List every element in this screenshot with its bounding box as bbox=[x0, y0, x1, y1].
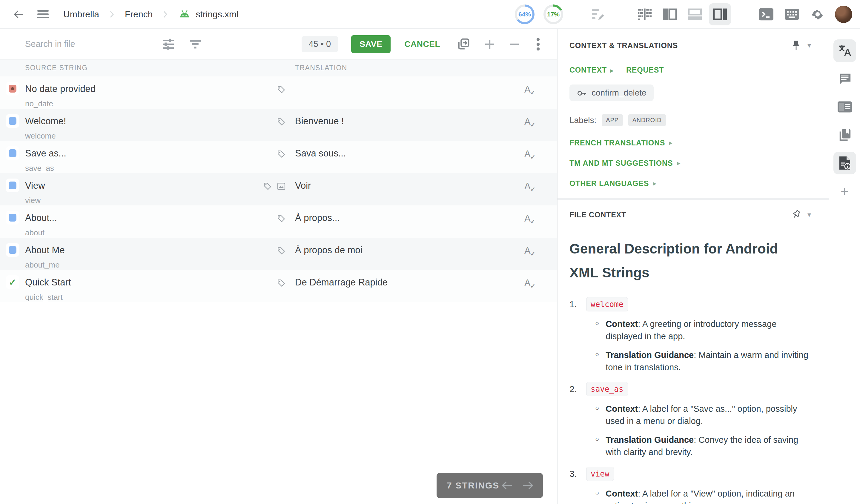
file-context-document: General Description for Android XML Stri… bbox=[570, 237, 816, 504]
draft-edit-button[interactable] bbox=[590, 6, 607, 23]
approved-percent: 17% bbox=[547, 11, 560, 18]
topbar-actions: 64% 17% bbox=[515, 3, 852, 25]
translated-progress-ring[interactable]: 64% bbox=[515, 4, 534, 24]
rail-add-panel-button[interactable]: + bbox=[833, 180, 856, 202]
view-mode-table-button[interactable] bbox=[634, 3, 656, 25]
search-input[interactable] bbox=[25, 39, 154, 49]
list-number: 3. bbox=[570, 469, 580, 479]
table-header: SOURCE STRING TRANSLATION bbox=[0, 60, 557, 76]
settings-button[interactable] bbox=[809, 6, 826, 23]
table-row[interactable]: View view Voir A✓ bbox=[0, 173, 557, 205]
chevron-right-icon bbox=[163, 11, 168, 18]
filter-settings-button[interactable] bbox=[161, 37, 176, 52]
table-row[interactable]: Welcome! welcome Bienvenue ! A✓ bbox=[0, 109, 557, 141]
file-context-menu-button[interactable]: ▾ bbox=[803, 208, 816, 221]
tag-icon bbox=[276, 278, 286, 288]
increase-font-button[interactable] bbox=[482, 37, 498, 52]
translation-text: Bienvenue ! bbox=[295, 109, 524, 141]
pin-icon bbox=[792, 40, 801, 51]
source-string: About Me bbox=[25, 245, 254, 256]
rail-glossary-button[interactable] bbox=[833, 124, 856, 146]
label-badge[interactable]: APP bbox=[602, 114, 622, 126]
tag-icon bbox=[276, 246, 286, 256]
table-view-icon bbox=[638, 8, 651, 20]
previous-page-button[interactable] bbox=[501, 480, 513, 491]
status-issue-icon bbox=[6, 82, 19, 96]
strings-count-label: 7 STRINGS bbox=[447, 480, 499, 491]
terminal-icon bbox=[759, 8, 773, 20]
view-mode-stacked-button[interactable] bbox=[684, 3, 706, 25]
label-badge[interactable]: ANDROID bbox=[628, 114, 666, 126]
chevron-down-icon: ▾ bbox=[807, 41, 811, 49]
bullet-icon: ○ bbox=[595, 403, 599, 427]
back-button[interactable] bbox=[10, 6, 27, 23]
comment-icon bbox=[838, 72, 852, 86]
console-button[interactable] bbox=[758, 6, 775, 23]
rail-terms-button[interactable] bbox=[833, 96, 856, 118]
rail-comments-button[interactable] bbox=[833, 68, 856, 90]
string-key: about_me bbox=[25, 260, 254, 270]
labels-row: Labels: APP ANDROID bbox=[570, 114, 816, 126]
section-french-translations[interactable]: FRENCH TRANSLATIONS▸ bbox=[570, 132, 816, 153]
strings-table: No date provided no_date A✓ Welcome! wel… bbox=[0, 76, 557, 302]
content-area: 45 • 0 SAVE CANCEL bbox=[0, 29, 860, 504]
code-key: welcome bbox=[586, 297, 628, 312]
proofread-icon: A✓ bbox=[524, 84, 531, 95]
strings-editor: 45 • 0 SAVE CANCEL bbox=[0, 29, 557, 504]
tab-context[interactable]: CONTEXT▸ bbox=[570, 66, 614, 74]
rail-file-context-button[interactable] bbox=[833, 152, 856, 174]
translation-text: Sava sous... bbox=[295, 141, 524, 173]
section-tm-mt-suggestions[interactable]: TM AND MT SUGGESTIONS▸ bbox=[570, 153, 816, 173]
translation-editor-app: Umbrella French strings.xml 64% 17% bbox=[0, 0, 860, 504]
panel-title: CONTEXT & TRANSLATIONS bbox=[570, 41, 678, 50]
copy-source-button[interactable] bbox=[456, 37, 471, 52]
edit-list-icon bbox=[591, 8, 605, 21]
key-icon bbox=[577, 88, 587, 98]
pin-panel-button[interactable] bbox=[790, 39, 803, 52]
bullet-icon: ○ bbox=[595, 318, 599, 343]
translation-text: Voir bbox=[295, 173, 524, 205]
table-row[interactable]: About Me about_me À propos de moi A✓ bbox=[0, 237, 557, 270]
strings-pagination: 7 STRINGS bbox=[436, 473, 543, 498]
plus-icon bbox=[484, 38, 496, 50]
source-string: About... bbox=[25, 213, 254, 223]
section-other-languages[interactable]: OTHER LANGUAGES▸ bbox=[570, 173, 816, 193]
bullet-icon: ○ bbox=[595, 349, 599, 374]
sort-filter-button[interactable] bbox=[188, 37, 203, 52]
breadcrumb-language[interactable]: French bbox=[125, 9, 153, 19]
approved-progress-ring[interactable]: 17% bbox=[543, 4, 563, 24]
breadcrumb-project[interactable]: Umbrella bbox=[63, 9, 99, 19]
decrease-font-button[interactable] bbox=[506, 37, 522, 52]
context-list: 1. welcome ○ Context: A greeting or intr… bbox=[570, 297, 816, 504]
file-context-title: FILE CONTEXT bbox=[570, 211, 626, 219]
more-options-button[interactable] bbox=[530, 37, 546, 52]
rail-translations-button[interactable] bbox=[833, 40, 856, 62]
proofread-icon: A✓ bbox=[524, 245, 531, 256]
tab-request[interactable]: REQUEST bbox=[626, 66, 664, 74]
context-panel: CONTEXT & TRANSLATIONS ▾ CONTEXT▸ REQUES… bbox=[557, 29, 829, 504]
table-row[interactable]: Save as... save_as Sava sous... A✓ bbox=[0, 141, 557, 173]
table-row[interactable]: ✓ Quick Start quick_start De Démarrage R… bbox=[0, 270, 557, 302]
cancel-button[interactable]: CANCEL bbox=[404, 40, 440, 49]
panel-menu-button[interactable]: ▾ bbox=[803, 39, 816, 52]
string-key: save_as bbox=[25, 164, 254, 173]
view-mode-right-panel-button[interactable] bbox=[709, 3, 731, 25]
table-row[interactable]: About... about À propos... A✓ bbox=[0, 205, 557, 237]
unpin-file-context-button[interactable] bbox=[790, 208, 803, 221]
translation-text: À propos... bbox=[295, 205, 524, 237]
source-string: Save as... bbox=[25, 148, 254, 159]
shortcuts-button[interactable] bbox=[784, 6, 800, 23]
breadcrumb-file[interactable]: strings.xml bbox=[178, 9, 238, 19]
arrow-left-icon bbox=[13, 8, 25, 20]
panel-tabs: CONTEXT▸ REQUEST bbox=[570, 66, 816, 74]
user-avatar[interactable] bbox=[835, 6, 852, 23]
translation-column-header: TRANSLATION bbox=[295, 64, 347, 72]
chevron-right-icon: ▸ bbox=[653, 180, 656, 187]
save-button[interactable]: SAVE bbox=[351, 35, 390, 53]
menu-button[interactable] bbox=[35, 6, 51, 23]
string-key-pill[interactable]: confirm_delete bbox=[570, 85, 654, 101]
next-page-button[interactable] bbox=[522, 480, 534, 491]
table-row[interactable]: No date provided no_date A✓ bbox=[0, 76, 557, 109]
view-mode-side-by-side-button[interactable] bbox=[659, 3, 681, 25]
status-todo-icon bbox=[6, 178, 19, 192]
